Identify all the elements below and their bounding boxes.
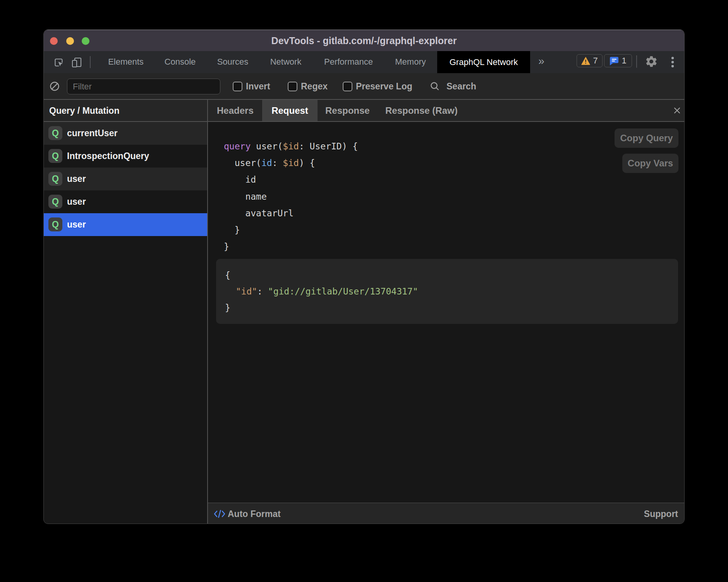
- close-panel-icon[interactable]: [673, 106, 682, 115]
- query-type-badge: Q: [48, 217, 62, 231]
- query-list-item[interactable]: Q user: [44, 190, 207, 213]
- tab-elements[interactable]: Elements: [108, 57, 144, 67]
- tab-sources[interactable]: Sources: [217, 57, 249, 67]
- code-line: avatarUrl: [224, 205, 358, 222]
- code-line: id: [224, 171, 358, 188]
- invert-label: Invert: [246, 81, 270, 92]
- query-list-item-selected[interactable]: Q user: [44, 213, 207, 236]
- settings-gear-icon[interactable]: [645, 55, 658, 68]
- clear-filter-icon[interactable]: [50, 81, 60, 91]
- query-type-badge: Q: [48, 172, 62, 186]
- devtools-window: DevTools - gitlab.com/-/graphql-explorer…: [43, 29, 685, 524]
- regex-checkbox[interactable]: [288, 82, 297, 91]
- query-type-badge: Q: [48, 149, 62, 163]
- detail-footer: Auto Format Support: [208, 503, 684, 524]
- tab-headers[interactable]: Headers: [217, 105, 254, 116]
- minimize-window-button[interactable]: [66, 37, 74, 45]
- inspect-element-icon[interactable]: [54, 58, 64, 67]
- filter-input[interactable]: [67, 79, 220, 94]
- code-line: name: [224, 188, 358, 205]
- vars-line: "id": "gid://gitlab/User/13704317": [225, 283, 678, 300]
- code-line: }: [224, 222, 358, 238]
- maximize-window-button[interactable]: [82, 37, 89, 45]
- warnings-badge[interactable]: 7: [577, 54, 603, 67]
- query-list-item[interactable]: Q IntrospectionQuery: [44, 145, 207, 168]
- code-line: user(id: $id) {: [224, 155, 358, 171]
- devtools-toolbar: Elements Console Sources Network Perform…: [44, 51, 684, 73]
- query-list-item[interactable]: Q currentUser: [44, 122, 207, 145]
- warning-icon: [581, 57, 590, 65]
- close-window-button[interactable]: [50, 37, 58, 45]
- auto-format-label[interactable]: Auto Format: [228, 508, 281, 519]
- request-variables-box: { "id": "gid://gitlab/User/13704317"}: [216, 259, 678, 324]
- tab-response[interactable]: Response: [325, 105, 370, 116]
- sidebar-header: Query / Mutation: [49, 105, 119, 116]
- warnings-count: 7: [593, 56, 598, 66]
- auto-format-icon: [213, 509, 226, 519]
- search-icon[interactable]: [430, 81, 440, 91]
- code-line: }: [224, 238, 358, 255]
- vars-line: {: [225, 267, 678, 283]
- vars-line: }: [225, 300, 678, 316]
- query-list: Q currentUser Q IntrospectionQuery Q use…: [44, 122, 207, 236]
- tab-network[interactable]: Network: [270, 57, 302, 67]
- search-label[interactable]: Search: [446, 81, 476, 92]
- toolbar-separator: [90, 56, 91, 68]
- more-tabs-icon[interactable]: »: [538, 55, 544, 67]
- preserve-log-label: Preserve Log: [356, 81, 412, 92]
- messages-count: 1: [622, 56, 626, 66]
- tab-request[interactable]: Request: [262, 100, 318, 121]
- request-query-code: query user($id: UserID) { user(id: $id) …: [224, 138, 358, 255]
- query-list-item[interactable]: Q user: [44, 168, 207, 190]
- tab-response-raw[interactable]: Response (Raw): [385, 105, 458, 116]
- window-titlebar: DevTools - gitlab.com/-/graphql-explorer: [44, 30, 684, 51]
- device-toolbar-icon[interactable]: [72, 57, 82, 68]
- invert-checkbox[interactable]: [233, 82, 242, 91]
- tab-console[interactable]: Console: [165, 57, 196, 67]
- message-icon: [610, 56, 619, 65]
- query-type-badge: Q: [48, 195, 62, 209]
- tab-performance[interactable]: Performance: [324, 57, 373, 67]
- regex-label: Regex: [301, 81, 328, 92]
- menu-dots-icon[interactable]: [670, 56, 676, 68]
- window-title: DevTools - gitlab.com/-/graphql-explorer: [271, 35, 457, 46]
- panel-divider[interactable]: [207, 100, 208, 524]
- panel-header-bar: Query / Mutation Headers Request Respons…: [44, 100, 684, 121]
- messages-badge[interactable]: 1: [604, 54, 632, 67]
- toolbar-separator-2: [636, 55, 637, 68]
- support-link[interactable]: Support: [644, 508, 678, 519]
- tab-graphql-network[interactable]: GraphQL Network: [437, 51, 530, 73]
- copy-vars-button[interactable]: Copy Vars: [622, 154, 678, 173]
- code-line: query user($id: UserID) {: [224, 138, 358, 155]
- query-type-badge: Q: [48, 126, 62, 140]
- tab-memory[interactable]: Memory: [395, 57, 426, 67]
- preserve-log-checkbox[interactable]: [343, 82, 352, 91]
- copy-query-button[interactable]: Copy Query: [615, 128, 678, 148]
- filter-bar: Invert Regex Preserve Log Search: [44, 73, 684, 99]
